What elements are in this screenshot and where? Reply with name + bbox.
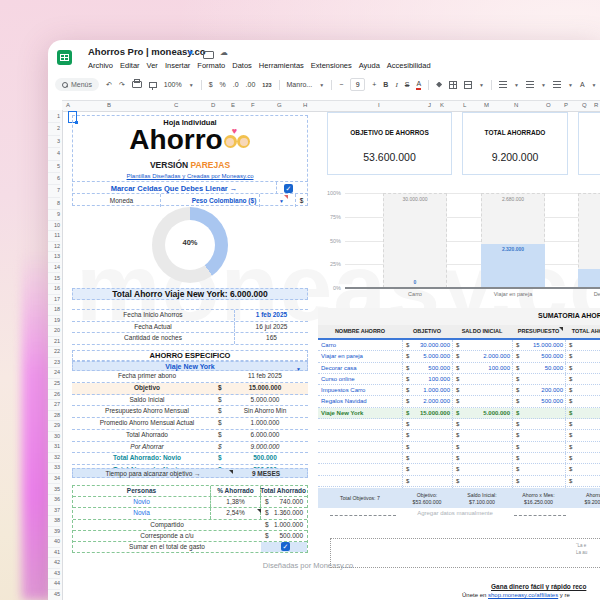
column-header-P[interactable]: P — [564, 102, 568, 108]
objetivo-cell[interactable]: $15.000.000 — [402, 408, 453, 418]
saldo-cell[interactable]: $5.000.000 — [452, 408, 513, 418]
align-dropdown-icon[interactable]: ▼ — [514, 82, 519, 88]
saldo-cell[interactable]: $ — [452, 374, 513, 384]
row-header-4[interactable]: 4 — [48, 147, 60, 160]
especifico-row-value[interactable]: 1.000.000 — [222, 418, 308, 429]
especifico-row-value[interactable]: 15.000.000 — [222, 383, 308, 394]
column-headers[interactable]: ABCDEFGHIJKLMNOPQR — [62, 100, 600, 112]
presupuesto-cell[interactable]: $500.000 — [512, 396, 566, 406]
menus-search-pill[interactable]: Menús — [55, 78, 99, 91]
text-color-button[interactable]: A — [416, 80, 421, 90]
objetivo-cell[interactable]: $500.000 — [402, 363, 453, 373]
redo-button[interactable]: ↷ — [119, 81, 125, 89]
currency-cell[interactable]: $ — [295, 194, 308, 207]
format-currency-button[interactable]: $ — [209, 81, 213, 88]
menu-item[interactable]: Extensiones — [311, 61, 352, 70]
format-percent-button[interactable]: % — [220, 81, 226, 88]
person-name[interactable]: Novio — [73, 497, 211, 507]
saldo-cell[interactable]: $ — [452, 396, 513, 406]
especifico-row-value[interactable]: Sin Ahorro Min — [222, 406, 308, 417]
column-header-H[interactable]: H — [303, 102, 307, 108]
sumar-checkbox[interactable]: ✓ — [281, 542, 290, 551]
menu-item[interactable]: Insertar — [165, 61, 190, 70]
print-button[interactable] — [132, 81, 142, 88]
row-header-8[interactable]: 8 — [48, 197, 60, 210]
row-header-3[interactable]: 3 — [48, 135, 60, 148]
ahorro-name[interactable]: Impuestos Carro — [321, 385, 365, 395]
row-header-6[interactable]: 6 — [48, 172, 60, 185]
especifico-row-value[interactable]: 9.000.000 — [222, 442, 308, 453]
row-header-5[interactable]: 5 — [48, 160, 60, 173]
date-value[interactable]: 165 — [235, 333, 308, 344]
sumatoria-empty-row[interactable]: $$$$ — [318, 453, 600, 464]
menu-item[interactable]: Herramientas — [259, 61, 304, 70]
row-header-7[interactable]: 7 — [48, 184, 60, 197]
saldo-cell[interactable]: $100.000 — [452, 363, 513, 373]
row-header-2[interactable]: 2 — [48, 122, 60, 135]
ahorro-name[interactable]: Viaje New York — [321, 408, 363, 418]
affiliate-url-link[interactable]: shop.moneasy.co/affiliates — [488, 592, 558, 598]
saldo-cell[interactable]: $2.000.000 — [452, 351, 513, 361]
sumatoria-empty-row[interactable]: $$$$ — [318, 430, 600, 441]
rotate-dropdown-icon[interactable]: ▼ — [592, 82, 597, 88]
saldo-cell[interactable]: $ — [452, 340, 513, 350]
moneda-select[interactable]: Peso Colombiano ($) — [160, 194, 288, 207]
especifico-selector[interactable]: Viaje New York▼ — [72, 361, 308, 372]
star-icon[interactable]: ★ — [187, 48, 194, 57]
menu-item[interactable]: Datos — [232, 61, 252, 70]
column-header-F[interactable]: F — [251, 102, 255, 108]
column-header-D[interactable]: D — [211, 102, 215, 108]
row-header-45[interactable]: 45 — [48, 589, 60, 600]
strikethrough-button[interactable]: S — [405, 81, 410, 88]
ahorro-name[interactable]: Regalos Navidad — [321, 396, 367, 406]
marcar-checkbox[interactable]: ✓ — [284, 184, 293, 193]
menu-item[interactable]: Formato — [197, 61, 225, 70]
paint-format-button[interactable] — [149, 82, 157, 88]
objetivo-cell[interactable]: $1.000.000 — [402, 385, 453, 395]
ahorro-name[interactable]: Carro — [321, 340, 336, 350]
column-header-Q[interactable]: Q — [582, 102, 587, 108]
google-sheets-icon[interactable] — [57, 50, 72, 65]
column-header-I[interactable]: I — [378, 102, 380, 108]
objetivo-cell[interactable]: $5.000.000 — [402, 351, 453, 361]
column-header-A[interactable]: A — [66, 102, 70, 108]
date-value[interactable]: 16 jul 2025 — [235, 322, 308, 333]
objetivo-cell[interactable]: $100.000 — [402, 374, 453, 384]
ahorro-name[interactable]: Decorar casa — [321, 363, 357, 373]
font-size-input[interactable]: 9 — [350, 78, 365, 91]
more-formats-button[interactable]: 123 — [262, 82, 271, 88]
objetivo-cell[interactable]: $2.000.000 — [402, 396, 453, 406]
column-header-R[interactable]: R — [594, 102, 598, 108]
valign-dropdown-icon[interactable]: ▼ — [541, 82, 546, 88]
especifico-row-value[interactable]: 500.000 — [222, 453, 308, 464]
menu-item[interactable]: Ayuda — [359, 61, 380, 70]
presupuesto-cell[interactable]: $ — [512, 408, 566, 418]
merge-dropdown-icon[interactable]: ▼ — [479, 82, 484, 88]
column-header-B[interactable]: B — [107, 102, 111, 108]
text-wrap-button[interactable] — [553, 81, 561, 88]
borders-button[interactable] — [449, 81, 457, 89]
row-headers[interactable]: 1234567891011121314151617181920212223242… — [48, 110, 63, 600]
increase-decimals-button[interactable]: .00 — [246, 81, 256, 88]
column-header-O[interactable]: O — [546, 102, 551, 108]
column-header-G[interactable]: G — [277, 102, 282, 108]
ahorro-name[interactable]: Curso online — [321, 374, 355, 384]
menu-item[interactable]: Archivo — [88, 61, 113, 70]
zoom-select[interactable]: 100% — [164, 81, 182, 88]
column-header-M[interactable]: M — [484, 102, 489, 108]
italic-button[interactable]: I — [395, 81, 397, 89]
move-to-folder-icon[interactable] — [203, 51, 214, 59]
text-rotate-button[interactable]: A — [580, 81, 585, 88]
column-header-K[interactable]: K — [440, 102, 444, 108]
font-dropdown-icon[interactable]: ▼ — [319, 82, 324, 88]
presupuesto-cell[interactable]: $ — [512, 374, 566, 384]
sumatoria-empty-row[interactable]: $$$$ — [318, 419, 600, 430]
presupuesto-cell[interactable]: $15.000.000 — [512, 340, 566, 350]
bold-button[interactable]: B — [383, 81, 388, 88]
decrease-decimals-button[interactable]: .0 — [233, 81, 239, 88]
row-header-1[interactable]: 1 — [48, 110, 60, 123]
menu-item[interactable]: Accesibilidad — [387, 61, 431, 70]
fill-color-button[interactable] — [436, 82, 442, 88]
column-header-J[interactable]: J — [428, 102, 431, 108]
column-header-N[interactable]: N — [514, 102, 518, 108]
